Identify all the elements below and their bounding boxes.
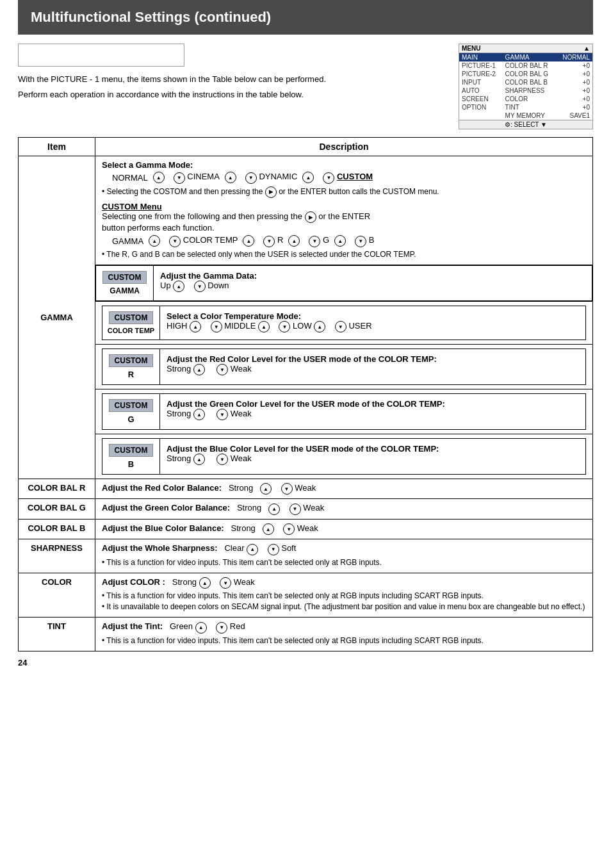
gamma-modes-line1: NORMAL CINEMA DYNAMIC <box>112 172 586 184</box>
sharpness-down[interactable] <box>268 544 279 555</box>
g-up-btn[interactable] <box>334 235 346 247</box>
menu-cell: AUTO <box>459 86 503 95</box>
custom-gamma-cell: CUSTOM GAMMA Adjust the Gamma Data: Up <box>95 265 592 301</box>
menu-row: PICTURE-2 COLOR BAL G +0 <box>459 70 592 78</box>
r-down-btn[interactable] <box>263 236 275 247</box>
b-strong-up[interactable] <box>193 454 205 465</box>
custom-b-cell: CUSTOM B Adjust the Blue Color Level for… <box>95 434 593 479</box>
b-down-btn[interactable] <box>355 236 366 247</box>
dynamic-up-btn[interactable] <box>302 172 314 183</box>
title-text: Multifunctional Settings (continued) <box>31 9 271 25</box>
gamma-data-down[interactable] <box>194 281 206 292</box>
sharpness-up[interactable] <box>247 544 258 555</box>
menu-cell: GAMMA <box>503 53 557 61</box>
menu-cell: MAIN <box>459 53 503 61</box>
colortemp-down-btn[interactable] <box>169 236 181 247</box>
custom-b-sublabel: B <box>128 459 134 469</box>
gamma-data-up[interactable] <box>173 281 184 292</box>
gamma-bullet1: • Selecting the COSTOM and then pressing… <box>102 186 586 198</box>
menu-cell: TINT <box>503 103 557 111</box>
menu-row: INPUT COLOR BAL B +0 <box>459 78 592 86</box>
tint-down[interactable] <box>216 622 227 634</box>
colorbalg-up[interactable] <box>268 504 280 515</box>
menu-cell: PICTURE-2 <box>459 70 503 78</box>
r-strong-up[interactable] <box>193 364 205 375</box>
menu-cell: INPUT <box>459 78 503 86</box>
user-down[interactable] <box>335 321 346 332</box>
sharpness-item: SHARPNESS <box>19 539 95 573</box>
menu-cell: +0 <box>557 70 593 78</box>
custom-b-row: CUSTOM B Adjust the Blue Color Level for… <box>102 438 586 474</box>
gamma-item-label: GAMMA <box>19 156 95 479</box>
colorbalb-item: COLOR BAL B <box>19 519 95 539</box>
col-item-header: Item <box>19 138 95 156</box>
menu-cell: COLOR BAL B <box>503 78 557 86</box>
cinema-down-btn[interactable] <box>174 172 185 184</box>
menu-cell: SHARPNESS <box>503 86 557 95</box>
top-section: With the PICTURE - 1 menu, the items sho… <box>18 44 593 129</box>
colorbalb-down[interactable] <box>283 523 295 535</box>
custom-r-badge: CUSTOM R <box>106 354 156 379</box>
custom-r-cell: CUSTOM R Adjust the Red Color Level for … <box>95 344 593 389</box>
menu-panel-header: MENU ▲ <box>459 44 592 53</box>
tint-bullet1: • This is a function for video inputs. T… <box>102 636 586 645</box>
custom-right-btn[interactable] <box>305 211 316 223</box>
color-bullet1: • This is a function for video inputs. T… <box>102 591 586 600</box>
menu-cell: SAVE1 <box>557 111 593 120</box>
colortemp-up-btn[interactable] <box>243 235 254 247</box>
colorbalb-up[interactable] <box>263 523 274 535</box>
b-weak-down[interactable] <box>216 454 228 465</box>
dynamic-down-btn[interactable] <box>245 172 257 184</box>
middle-up[interactable] <box>258 321 270 332</box>
custom-g-table: CUSTOM G Adjust the Green Color Level fo… <box>102 393 586 430</box>
g-weak-down[interactable] <box>216 409 228 420</box>
cinema-up-btn[interactable] <box>225 172 236 183</box>
menu-header-arrow: ▲ <box>583 45 590 52</box>
gamma-up-btn[interactable] <box>149 235 160 247</box>
low-down[interactable] <box>279 321 290 332</box>
table-row-colorbalb: COLOR BAL B Adjust the Blue Color Balanc… <box>19 519 593 539</box>
custom-r-row: CUSTOM R Adjust the Red Color Level for … <box>102 348 586 384</box>
costom-right-btn[interactable] <box>265 186 277 198</box>
table-row-gamma: GAMMA Select a Gamma Mode: NORMAL CINEMA <box>19 156 593 265</box>
r-weak-down[interactable] <box>216 364 228 375</box>
colorbalr-up[interactable] <box>260 483 272 495</box>
custom-g-badge-cell: CUSTOM G <box>102 393 160 429</box>
r-up-btn[interactable] <box>288 235 300 247</box>
middle-down[interactable] <box>211 321 222 332</box>
color-up[interactable] <box>199 577 211 589</box>
custom-colortemp-cell: CUSTOM COLOR TEMP Select a Color Tempera… <box>95 301 593 344</box>
custom-b-badge-cell: CUSTOM B <box>102 438 160 474</box>
table-header-row: Item Description <box>19 138 593 156</box>
gamma-select-title: Select a Gamma Mode: <box>102 160 586 170</box>
colorbalr-item: COLOR BAL R <box>19 479 95 499</box>
table-row-custom-r: CUSTOM R Adjust the Red Color Level for … <box>19 344 593 389</box>
g-strong-up[interactable] <box>193 409 205 420</box>
colorbalg-down[interactable] <box>289 504 301 515</box>
col-desc-header: Description <box>95 138 593 156</box>
table-row-custom-g: CUSTOM G Adjust the Green Color Level fo… <box>19 389 593 434</box>
sharpness-bullet1: • This is a function for video inputs. T… <box>102 558 586 567</box>
tint-up[interactable] <box>195 622 207 634</box>
menu-cell: +0 <box>557 95 593 103</box>
custom-badge-text: CUSTOM <box>102 271 147 284</box>
g-down-btn[interactable] <box>309 236 320 247</box>
menu-cell: COLOR <box>503 95 557 103</box>
menu-row: AUTO SHARPNESS +0 <box>459 86 592 95</box>
colorbalr-desc: Adjust the Red Color Balance: Strong Wea… <box>95 479 593 499</box>
custom-down-btn[interactable] <box>323 172 334 184</box>
input-box[interactable] <box>18 44 184 67</box>
menu-cell: +0 <box>557 61 593 70</box>
colorbalr-down[interactable] <box>281 483 293 495</box>
color-item: COLOR <box>19 573 95 618</box>
menu-cell: +0 <box>557 103 593 111</box>
normal-up-btn[interactable] <box>153 172 165 183</box>
custom-gamma-badge-cell: CUSTOM GAMMA <box>96 265 154 300</box>
low-up[interactable] <box>314 321 325 332</box>
colorbalg-item: COLOR BAL G <box>19 499 95 520</box>
high-up[interactable] <box>190 321 201 332</box>
tint-item: TINT <box>19 618 95 651</box>
menu-cell: SCREEN <box>459 95 503 103</box>
color-down[interactable] <box>220 577 231 589</box>
custom-gamma-sublabel: GAMMA <box>110 286 140 295</box>
